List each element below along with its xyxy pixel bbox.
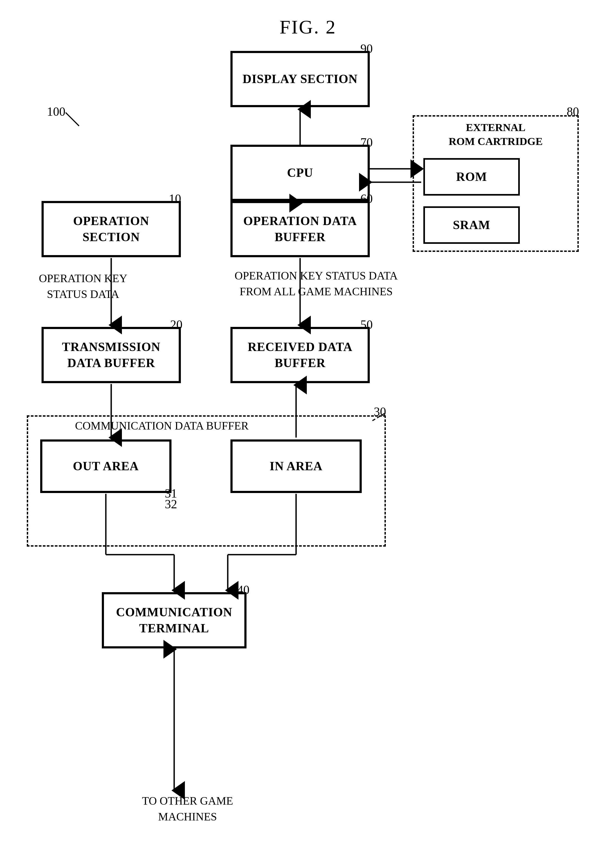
fig-title: FIG. 2 (280, 16, 336, 38)
operation-data-buffer-box: OPERATION DATA BUFFER (230, 201, 370, 257)
comm-data-buffer-label: COMMUNICATION DATA BUFFER (75, 419, 249, 432)
label-10: 10 (169, 192, 181, 206)
label-40: 40 (237, 583, 250, 597)
rom-label: ROM (456, 169, 487, 185)
transmission-data-buffer-label: TRANSMISSION DATA BUFFER (44, 339, 179, 371)
out-area-label: OUT AREA (73, 458, 139, 474)
label-20: 20 (170, 317, 182, 332)
operation-section-label: OPERATION SECTION (44, 213, 179, 245)
transmission-data-buffer-box: TRANSMISSION DATA BUFFER (41, 327, 181, 383)
in-area-box: IN AREA (230, 439, 362, 493)
label-60: 60 (360, 192, 373, 206)
label-70: 70 (360, 135, 373, 149)
to-other-game-machines-text: TO OTHER GAME MACHINES (115, 793, 260, 825)
label-32: 32 (165, 497, 177, 511)
sram-box: SRAM (423, 206, 520, 244)
sram-label: SRAM (453, 217, 490, 233)
received-data-buffer-box: RECEIVED DATA BUFFER (230, 327, 370, 383)
cpu-label: CPU (287, 165, 313, 181)
display-section-label: DISPLAY SECTION (242, 71, 358, 87)
communication-terminal-box: COMMUNICATION TERMINAL (102, 592, 247, 648)
communication-terminal-label: COMMUNICATION TERMINAL (104, 604, 244, 637)
operation-key-from-all-text: OPERATION KEY STATUS DATA FROM ALL GAME … (225, 268, 407, 300)
cpu-box: CPU (230, 145, 370, 201)
display-section-box: DISPLAY SECTION (230, 51, 370, 107)
operation-key-status-text: OPERATION KEY STATUS DATA (27, 270, 139, 302)
rom-box: ROM (423, 158, 520, 196)
in-area-label: IN AREA (270, 458, 322, 474)
svg-line-11 (66, 113, 79, 126)
operation-data-buffer-label: OPERATION DATA BUFFER (233, 213, 368, 245)
label-80: 80 (567, 104, 579, 119)
label-100: 100 (47, 104, 65, 119)
out-area-box: OUT AREA (40, 439, 171, 493)
label-50: 50 (360, 317, 373, 332)
received-data-buffer-label: RECEIVED DATA BUFFER (233, 339, 368, 371)
external-rom-label: EXTERNALROM CARTRIDGE (416, 121, 575, 148)
operation-section-box: OPERATION SECTION (41, 201, 181, 257)
label-90: 90 (360, 41, 373, 56)
label-30: 30 (374, 405, 386, 419)
